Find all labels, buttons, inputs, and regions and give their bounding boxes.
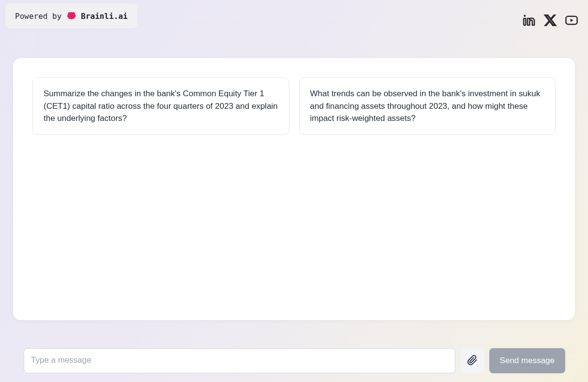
suggestion-text: Summarize the changes in the bank's Comm…	[44, 89, 278, 123]
powered-by-label: Powered by	[15, 12, 61, 21]
header: Powered by Brainli.ai	[0, 0, 588, 29]
youtube-icon[interactable]	[565, 14, 578, 29]
brain-icon	[65, 10, 77, 22]
brand-name: Brainli.ai	[81, 12, 127, 21]
svg-point-0	[524, 15, 526, 17]
message-input[interactable]	[24, 348, 455, 373]
suggestion-card-1[interactable]: Summarize the changes in the bank's Comm…	[32, 77, 289, 135]
x-icon[interactable]	[543, 14, 557, 29]
suggestion-text: What trends can be observed in the bank'…	[310, 89, 541, 123]
social-links	[522, 3, 581, 29]
powered-by-badge[interactable]: Powered by Brainli.ai	[5, 3, 138, 29]
paperclip-icon	[467, 355, 478, 367]
suggestion-card-2[interactable]: What trends can be observed in the bank'…	[299, 77, 556, 135]
linkedin-icon[interactable]	[522, 14, 536, 29]
attach-button[interactable]	[460, 348, 484, 373]
send-button-label: Send message	[500, 356, 555, 365]
chat-main-card: Summarize the changes in the bank's Comm…	[13, 58, 575, 320]
composer: Send message	[24, 348, 565, 373]
suggestion-grid: Summarize the changes in the bank's Comm…	[32, 77, 556, 135]
send-button[interactable]: Send message	[489, 348, 565, 373]
svg-rect-1	[524, 18, 526, 25]
